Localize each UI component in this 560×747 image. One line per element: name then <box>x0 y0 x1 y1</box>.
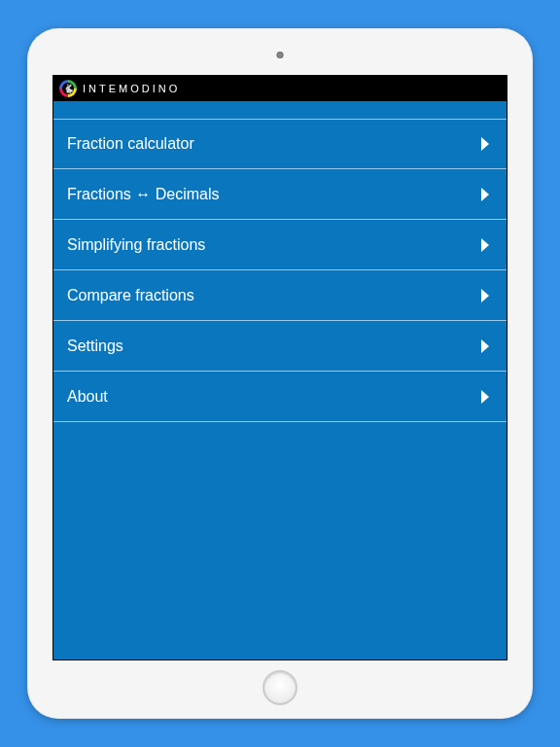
menu-item-label: Fraction calculator <box>67 135 194 153</box>
chevron-right-icon <box>481 289 489 302</box>
menu-item-simplifying-fractions[interactable]: Simplifying fractions <box>53 220 507 270</box>
menu-item-label: Settings <box>67 338 123 355</box>
menu-item-label: Fractions ↔ Decimals <box>67 186 219 203</box>
menu-item-about[interactable]: About <box>53 372 507 422</box>
chevron-right-icon <box>481 390 489 404</box>
home-button[interactable] <box>262 670 298 705</box>
brand-name: INTEMODINO <box>83 83 180 94</box>
chevron-right-icon <box>481 238 489 252</box>
app-screen: 🐇 INTEMODINO Fraction calculator Fractio… <box>52 75 508 660</box>
camera-dot <box>277 52 284 58</box>
brand-logo-icon: 🐇 <box>59 80 77 97</box>
chevron-right-icon <box>481 188 489 201</box>
header-bar: 🐇 INTEMODINO <box>53 76 507 101</box>
chevron-right-icon <box>481 339 489 353</box>
ipad-frame: 🐇 INTEMODINO Fraction calculator Fractio… <box>27 28 533 719</box>
menu-item-fractions-decimals[interactable]: Fractions ↔ Decimals <box>53 169 507 220</box>
menu-item-fraction-calculator[interactable]: Fraction calculator <box>53 119 507 169</box>
menu-item-label: Simplifying fractions <box>67 236 205 254</box>
menu-item-settings[interactable]: Settings <box>53 321 507 372</box>
main-menu: Fraction calculator Fractions ↔ Decimals… <box>53 101 507 422</box>
menu-item-compare-fractions[interactable]: Compare fractions <box>53 270 507 321</box>
menu-item-label: About <box>67 388 108 406</box>
menu-item-label: Compare fractions <box>67 287 194 304</box>
chevron-right-icon <box>481 137 489 151</box>
rabbit-glyph: 🐇 <box>63 85 74 93</box>
